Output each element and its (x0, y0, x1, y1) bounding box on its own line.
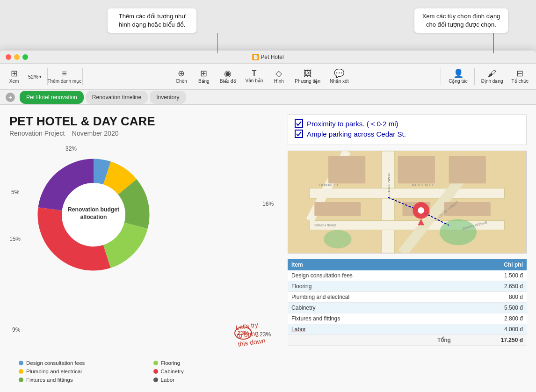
format-icon: 🖌 (488, 69, 496, 78)
pct-9: 9% (12, 327, 20, 333)
content-area: PET HOTEL & DAY CARE Renovation Project … (0, 105, 536, 392)
insert-icon: ⊕ (178, 69, 185, 78)
view-icon: ⊞ (11, 69, 18, 78)
budget-table-container: Item Chi phí Design consultation fees 1.… (288, 259, 527, 346)
toolbar-left-group: ⊞ Xem 52% ▾ ≡ Thêm danh mục (4, 67, 79, 86)
chart-icon: ◉ (224, 69, 232, 78)
svg-point-17 (324, 230, 351, 248)
chevron-down-icon: ▾ (39, 74, 42, 79)
table-total-row: Tổng 17.250 đ (288, 335, 527, 346)
table-row: Fixtures and fittings 2.800 đ (288, 313, 527, 324)
callout-left: Thêm các đối tượng như hình dạng hoặc bi… (108, 8, 196, 33)
svg-text:RANCH ROAD: RANCH ROAD (314, 224, 336, 227)
table-cell-item-2: Plumbing and electrical (288, 292, 455, 303)
table-header-cost: Chi phí (455, 259, 527, 270)
traffic-lights (6, 54, 28, 60)
close-button[interactable] (6, 54, 11, 60)
table-row: Flooring 2.650 đ (288, 281, 527, 292)
minimize-button[interactable] (14, 54, 20, 60)
toolbar-separator-3 (441, 68, 441, 85)
pct-5: 5% (11, 189, 19, 196)
table-cell-item-4: Fixtures and fittings (288, 313, 455, 324)
window-title: 📄 Pet Hotel (252, 54, 283, 60)
chart-area: 32% 16% 5% 15% 9% 23% (9, 145, 278, 356)
text-button[interactable]: T Văn bản (242, 68, 267, 85)
comment-button[interactable]: 💬 Nhận xét (326, 67, 352, 86)
table-cell-cost-4: 2.800 đ (455, 313, 527, 324)
shape-button[interactable]: ◇ Hình (268, 67, 289, 86)
zoom-control[interactable]: 52% ▾ (25, 73, 44, 81)
map-svg: MAIN STREET FILMORE ST MAIN STREET CEDAR… (288, 151, 526, 253)
table-header-row: Item Chi phí (288, 259, 527, 270)
table-cell-cost-3: 5.500 đ (455, 303, 527, 313)
checkmark-icon-2 (296, 131, 302, 137)
note-item-2: Ample parking across Cedar St. (295, 130, 520, 138)
table-row: Labor 4.000 đ (288, 324, 527, 335)
donut-svg: Renovation budget allocation (23, 145, 164, 285)
table-cell-cost-0: 1.500 đ (455, 270, 527, 281)
tabbar: + Pet Hotel renovation Renovation timeli… (0, 90, 536, 105)
chart-button[interactable]: ◉ Biểu đồ (216, 67, 240, 86)
svg-text:FILMORE ST: FILMORE ST (319, 183, 339, 187)
media-button[interactable]: 🖼 Phương tiện (291, 67, 324, 86)
table-cell-item-1: Flooring (288, 281, 455, 292)
checkmark-icon (296, 120, 302, 127)
table-cell-cost-5: 4.000 đ (455, 324, 527, 335)
svg-rect-20 (449, 156, 486, 183)
table-row: Cabinetry 5.500 đ (288, 303, 527, 313)
svg-rect-19 (398, 156, 435, 183)
svg-rect-21 (314, 202, 361, 216)
donut-chart[interactable]: Renovation budget allocation (23, 145, 173, 294)
collab-icon: 👤 (453, 69, 464, 78)
table-button[interactable]: ⊞ Bảng (194, 67, 214, 86)
shape-icon: ◇ (275, 69, 282, 78)
comment-icon: 💬 (334, 69, 344, 78)
table-total-label: Tổng (288, 335, 455, 346)
table-header-item: Item (288, 259, 455, 270)
tab-inventory[interactable]: Inventory (150, 91, 186, 104)
svg-text:MAIN STREET: MAIN STREET (412, 183, 434, 187)
legend-dot-cabinetry (153, 369, 158, 374)
note-text-1: Proximity to parks. ( < 0·2 mi) (307, 120, 398, 128)
notes-area: Proximity to parks. ( < 0·2 mi) Ample pa… (288, 114, 527, 145)
table-row: Plumbing and electrical 800 đ (288, 292, 527, 303)
toolbar-center-group: ⊕ Chèn ⊞ Bảng ◉ Biểu đồ T Văn bản ◇ Hình… (87, 67, 437, 86)
organize-icon: ⊟ (516, 69, 523, 78)
svg-text:MAIN STREET: MAIN STREET (387, 174, 391, 198)
collab-button[interactable]: 👤 Cộng tác (445, 67, 471, 86)
pct-16: 16% (262, 201, 274, 207)
insert-button[interactable]: ⊕ Chèn (171, 67, 192, 86)
toolbar-separator-2 (82, 68, 83, 85)
legend-dot-fixtures (19, 377, 23, 382)
table-cell-cost-1: 2.650 đ (455, 281, 527, 292)
table-row: Design consultation fees 1.500 đ (288, 270, 527, 281)
tab-pet-hotel-renovation[interactable]: Pet Hotel renovation (20, 91, 84, 104)
format-button[interactable]: 🖌 Định dạng (478, 67, 507, 86)
budget-table: Item Chi phí Design consultation fees 1.… (288, 259, 527, 346)
svg-text:allocation: allocation (80, 214, 107, 220)
checkbox-icon-1 (295, 119, 303, 128)
legend-dot-plumbing (19, 369, 23, 374)
text-icon: T (252, 70, 257, 77)
table-total-value: 17.250 đ (455, 335, 527, 346)
page-subtitle: Renovation Project – November 2020 (9, 130, 278, 137)
svg-rect-11 (310, 188, 504, 198)
legend-item-fixtures: Fixtures and fittings (19, 377, 144, 383)
legend-item-flooring: Flooring (153, 360, 279, 366)
document-icon: 📄 (252, 54, 259, 60)
toolbar-right-group: 👤 Cộng tác 🖌 Định dạng ⊟ Tổ chức (445, 67, 532, 86)
legend-item-design: Design consultation fees (19, 360, 144, 366)
right-panel: Proximity to parks. ( < 0·2 mi) Ample pa… (288, 114, 527, 383)
toolbar-separator-4 (474, 68, 475, 85)
legend-dot-labor (153, 377, 158, 382)
add-list-button[interactable]: ≡ Thêm danh mục (51, 67, 79, 86)
view-button[interactable]: ⊞ Xem (4, 67, 24, 86)
add-tab-button[interactable]: + (6, 93, 15, 102)
map-container[interactable]: MAIN STREET FILMORE ST MAIN STREET CEDAR… (288, 151, 527, 254)
maximize-button[interactable] (22, 54, 28, 60)
chart-legend: Design consultation fees Flooring Plumbi… (9, 360, 278, 383)
organize-button[interactable]: ⊟ Tổ chức (508, 67, 532, 86)
table-cell-cost-2: 800 đ (455, 292, 527, 303)
tab-renovation-timeline[interactable]: Renovation timeline (86, 91, 148, 104)
page-title: PET HOTEL & DAY CARE (9, 114, 278, 129)
